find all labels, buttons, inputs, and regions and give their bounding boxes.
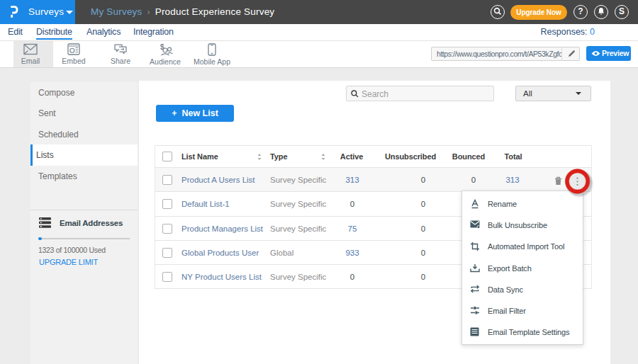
svg-text:$: $ xyxy=(160,43,164,51)
